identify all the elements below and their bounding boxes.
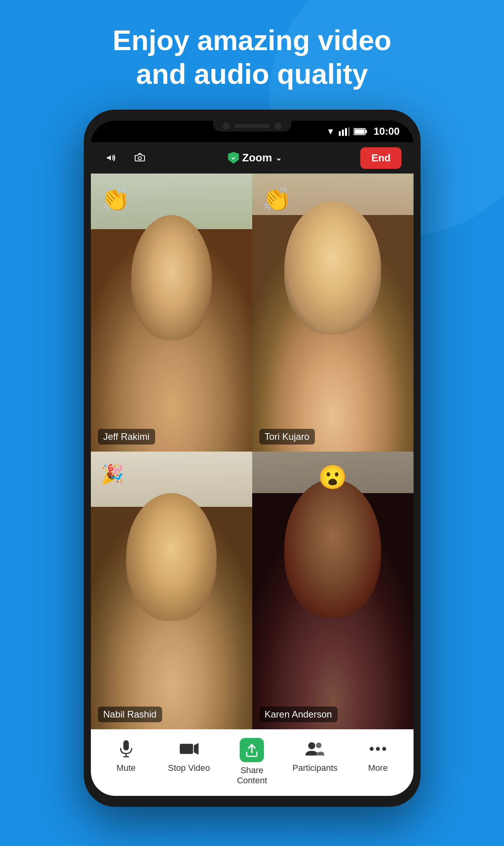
end-meeting-button[interactable]: End: [360, 147, 401, 169]
svg-point-19: [382, 747, 386, 751]
stop-video-label: Stop Video: [168, 763, 210, 773]
more-button[interactable]: More: [350, 738, 405, 773]
battery-icon: [354, 128, 368, 136]
svg-marker-13: [194, 743, 199, 755]
zoom-chevron-icon: ⌄: [275, 153, 282, 163]
speaker-icon[interactable]: [103, 148, 122, 168]
participants-label: Participants: [293, 763, 338, 773]
svg-point-8: [138, 157, 141, 160]
camera-flip-icon[interactable]: [130, 148, 150, 168]
tori-name-label: Tori Kujaro: [259, 429, 315, 445]
phone-outer: ▼ 10:00: [84, 110, 421, 807]
jeff-name-label: Jeff Rakimi: [98, 429, 155, 445]
status-time: 10:00: [374, 125, 400, 137]
mute-label: Mute: [116, 763, 135, 773]
camera-dot: [223, 123, 230, 130]
participants-icon: [304, 738, 326, 760]
nabil-emoji: 🎉: [101, 463, 124, 485]
zoom-shield-icon: [228, 152, 239, 164]
meeting-top-bar: Zoom ⌄ End: [91, 142, 414, 174]
phone-mockup: ▼ 10:00: [84, 110, 421, 807]
svg-rect-5: [365, 130, 367, 133]
svg-rect-12: [180, 744, 193, 754]
headline-line1: Enjoy amazing video: [31, 24, 473, 57]
participants-button[interactable]: Participants: [287, 738, 342, 773]
phone-notch: [213, 121, 291, 132]
karen-emoji: 😮: [318, 463, 347, 491]
zoom-meeting-title[interactable]: Zoom ⌄: [228, 152, 282, 164]
karen-name-label: Karen Anderson: [259, 707, 338, 722]
headline: Enjoy amazing video and audio quality: [0, 24, 504, 91]
status-icons: ▼ 10:00: [326, 125, 399, 137]
svg-rect-1: [342, 130, 344, 136]
headline-line2: and audio quality: [31, 57, 473, 91]
mute-icon: [115, 738, 137, 760]
camera-dot-2: [275, 123, 282, 130]
stop-video-icon: [178, 738, 200, 760]
signal-icon: [339, 127, 350, 136]
share-content-button[interactable]: Share Content: [224, 738, 279, 786]
more-label: More: [368, 763, 388, 773]
more-icon: [367, 738, 389, 760]
phone-screen: ▼ 10:00: [91, 121, 414, 796]
share-content-icon: [240, 738, 264, 762]
bottom-toolbar: Mute Stop Video: [91, 729, 414, 796]
svg-rect-0: [339, 131, 341, 136]
video-cell-tori: 👏 Tori Kujaro: [252, 174, 414, 452]
svg-marker-7: [107, 155, 111, 161]
video-grid: 👏 Jeff Rakimi 👏 Tori Kujaro: [91, 174, 414, 729]
share-content-label: Share Content: [224, 765, 279, 786]
zoom-label: Zoom: [242, 152, 272, 164]
video-cell-karen: 😮 Karen Anderson: [252, 452, 414, 730]
nabil-name-label: Nabil Rashid: [98, 707, 162, 722]
jeff-emoji: 👏: [101, 185, 130, 213]
wifi-icon: ▼: [326, 127, 335, 137]
speaker-bar: [235, 124, 270, 128]
svg-rect-2: [345, 128, 347, 136]
svg-point-17: [370, 747, 374, 751]
svg-point-18: [376, 747, 380, 751]
stop-video-button[interactable]: Stop Video: [162, 738, 217, 773]
svg-rect-9: [123, 740, 129, 750]
svg-point-15: [308, 742, 315, 749]
svg-rect-6: [354, 129, 365, 134]
svg-point-16: [316, 743, 322, 748]
video-cell-jeff: 👏 Jeff Rakimi: [91, 174, 252, 452]
mute-button[interactable]: Mute: [99, 738, 154, 773]
video-cell-nabil: 🎉 Nabil Rashid: [91, 452, 252, 730]
svg-rect-3: [348, 127, 350, 136]
tori-emoji: 👏: [262, 185, 291, 213]
